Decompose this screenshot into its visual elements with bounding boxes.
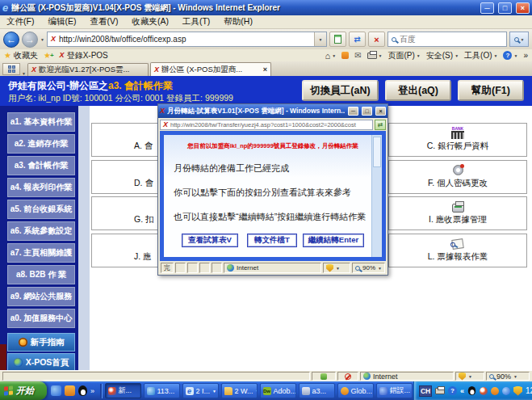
protected-mode-button[interactable]: ▼ <box>455 372 484 381</box>
chevron-down-icon: ▼ <box>212 389 216 394</box>
search-input[interactable] <box>400 35 503 44</box>
qq-tray-icon[interactable] <box>468 386 475 395</box>
print-button[interactable]: ▼ <box>367 53 383 59</box>
zoom-control[interactable]: 90% ▼ <box>486 372 530 381</box>
favorite-link-xpos[interactable]: X 登錄X-POS <box>60 50 108 61</box>
favorites-button[interactable]: ★ 收藏夹 <box>4 50 38 61</box>
overflow-chevron-icon[interactable]: » <box>523 51 528 60</box>
sidebar-item-a3[interactable]: a3. 會計帳作業 <box>7 156 75 175</box>
sidebar-item-a9[interactable]: a9. 網站公共服務 <box>7 287 75 306</box>
search-button[interactable]: ▼ <box>509 32 529 47</box>
qq-icon[interactable] <box>78 385 87 396</box>
dialog-zoom-control[interactable]: 90% ▼ <box>352 263 385 273</box>
tab-strip: ▼ X 歡迎光臨V1.27[X-POS雲... X 辦公區 (X-POS加盟商.… <box>0 61 532 76</box>
dialog-close-button[interactable]: × <box>375 107 386 116</box>
sidebar-item-a5[interactable]: a5. 前台收銀系統 <box>7 200 75 219</box>
star-icon: ★ <box>4 52 11 60</box>
sidebar-item-guide[interactable]: 新手指南 <box>7 333 75 352</box>
dialog-protected-mode[interactable]: ▼ <box>323 263 350 273</box>
dialog-maximize-button[interactable]: □ <box>362 107 372 116</box>
menu-edit[interactable]: 编辑(E) <box>48 16 76 27</box>
address-dropdown[interactable]: ▼ <box>314 32 326 46</box>
search-box[interactable] <box>387 32 507 47</box>
sidebar-item-home[interactable]: X-POS首頁 <box>7 353 75 372</box>
mail-icon[interactable]: ✉ <box>354 52 361 60</box>
sidebar-item-a8[interactable]: a8. B2B 作 業 <box>7 265 75 284</box>
task-group-ie[interactable]: e 2 I... ▼ <box>182 383 219 398</box>
grid-cell-note-reports[interactable]: L. 票據報表作業 <box>388 234 527 267</box>
history-dropdown-icon[interactable]: ▼ <box>40 37 44 42</box>
overflow-chevron-icon[interactable]: » <box>90 387 94 395</box>
back-button[interactable]: ← <box>3 32 19 48</box>
add-favorite-button[interactable]: ★ + <box>44 52 54 60</box>
ie-logo-icon: e <box>2 2 8 13</box>
feeds-icon[interactable] <box>341 52 349 59</box>
tray-icon[interactable] <box>491 387 499 395</box>
menu-favorites[interactable]: 收藏夹(A) <box>132 16 169 27</box>
window-title: 辦公區 (X-POS加盟商)V1.04[X-POS 雲端網] - Windows… <box>11 2 476 14</box>
language-indicator[interactable]: CH <box>419 385 432 397</box>
shield-icon <box>326 264 333 272</box>
safety-menu[interactable]: 安全(S)▼ <box>426 50 459 61</box>
switch-employee-button[interactable]: 切換員工(aN) <box>302 80 379 101</box>
task-icon <box>108 387 116 395</box>
quick-tabs-button[interactable] <box>2 63 20 75</box>
page-menu[interactable]: 页面(P)▼ <box>387 50 420 61</box>
task-group-explorer[interactable]: 2 W... ▼ <box>221 383 258 398</box>
menu-help[interactable]: 帮助(H) <box>224 16 253 27</box>
menu-file[interactable]: 文件(F) <box>6 16 34 27</box>
tab-office-active[interactable]: X 辦公區 (X-POS加盟商... × <box>150 62 271 76</box>
menu-view[interactable]: 查看(V) <box>90 16 118 27</box>
help-tray-icon[interactable]: ? <box>448 386 457 395</box>
tray-icon[interactable] <box>502 387 510 395</box>
printer-tray-icon[interactable] <box>435 388 445 394</box>
continue-transfer-button[interactable]: 繼續結轉Enter <box>303 234 364 247</box>
home-button[interactable]: ⌂▼ <box>325 52 337 60</box>
minimize-button[interactable]: ─ <box>480 2 494 14</box>
help-button[interactable]: 幫助(F1) <box>458 80 524 101</box>
clock[interactable]: 12:17 <box>526 386 532 395</box>
menu-tools[interactable]: 工具(T) <box>182 16 210 27</box>
sidebar-item-a1[interactable]: a1. 基本資料作業 <box>7 112 75 132</box>
sidebar-item-a7[interactable]: a7. 主頁相關維護 <box>7 243 75 263</box>
task-button-error[interactable]: 錯誤... <box>376 383 413 398</box>
dialog-address-field[interactable]: X http://win2008/tw/Transfer/yuezj4.asp?… <box>160 120 373 130</box>
address-url[interactable]: http://win2008/tw/office/officexp.asp <box>59 35 311 44</box>
quick-launch-icon[interactable] <box>51 385 61 396</box>
compatibility-view-button[interactable] <box>329 32 346 47</box>
start-button[interactable]: 开始 <box>0 381 47 400</box>
tab-welcome[interactable]: X 歡迎光臨V1.27[X-POS雲... <box>27 63 149 76</box>
task-button-glob[interactable]: Glob... <box>337 383 374 398</box>
address-bar[interactable]: X http://win2008/tw/office/officexp.asp … <box>47 32 327 47</box>
user-info-line: 用户名: ikl_np ID號: 100001 分公司: 0001 登錄員工: … <box>8 93 233 104</box>
security-shield-icon[interactable] <box>513 386 522 396</box>
forward-button[interactable]: → <box>22 32 38 48</box>
sidebar-item-a0[interactable]: a0. 加值服務中心 <box>7 309 75 328</box>
help-menu[interactable]: ?▼ <box>503 51 517 60</box>
refresh-button[interactable]: ⇄ <box>349 32 366 47</box>
task-button-1[interactable]: 新... <box>105 383 141 398</box>
stop-button[interactable]: × <box>368 32 385 47</box>
sidebar-item-a6[interactable]: a6. 系統參數設定 <box>7 221 75 241</box>
grid-cell-receivable-notes[interactable]: I. 應收票據管理 <box>388 196 527 230</box>
dialog-minimize-button[interactable]: ─ <box>348 107 358 116</box>
sidebar-item-a2[interactable]: a2. 進銷存作業 <box>7 134 75 154</box>
quick-launch-icon[interactable] <box>65 385 75 396</box>
export-file-button[interactable]: 轉文件檔T <box>247 234 297 247</box>
tray-collapse-icon[interactable]: « <box>460 387 464 395</box>
close-button[interactable]: × <box>516 2 530 14</box>
tab-close-icon[interactable]: × <box>263 65 267 74</box>
grid-cell-password-change[interactable]: F. 個人密碼更改 <box>388 160 527 194</box>
maximize-button[interactable]: □ <box>498 2 512 14</box>
tray-icon[interactable] <box>480 387 488 395</box>
logout-button[interactable]: 登出(aQ) <box>385 80 451 101</box>
task-button-2[interactable]: 113... <box>144 383 180 398</box>
task-button-adobe[interactable]: Dw Adob... <box>260 383 296 398</box>
dialog-scrollbar[interactable] <box>371 135 382 257</box>
sidebar-item-a4[interactable]: a4. 報表列印作業 <box>7 178 75 197</box>
grid-cell-bank-accounts[interactable]: BANK C. 銀行帳戶資料 <box>388 123 527 157</box>
task-button-a3[interactable]: a3... <box>299 383 335 398</box>
tools-menu[interactable]: 工具(O)▼ <box>464 50 497 61</box>
dialog-go-button[interactable]: ⇄ <box>375 120 386 130</box>
view-trial-balance-button[interactable]: 查看試算表V <box>182 234 238 247</box>
